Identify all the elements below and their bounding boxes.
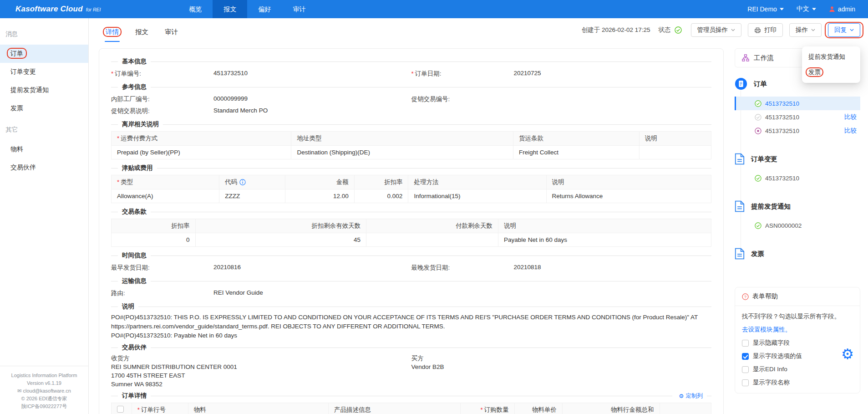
earliest-ship-date-value: 20210816 [213, 264, 241, 271]
sidebar-item-order-changes[interactable]: 订单变更 [0, 63, 88, 81]
compare-link[interactable]: 比较 [844, 127, 857, 135]
detail-toolbar: 详情 报文 审计 创建于 2026-02-02 17:25 状态 [89, 18, 868, 42]
workflow-item-selected[interactable]: 4513732510 [735, 97, 860, 110]
tenant-dropdown[interactable]: REI Demo [747, 5, 784, 13]
partner-address: Sumner WA 98352 [111, 380, 411, 388]
column-header: 说明 [546, 175, 711, 189]
section-title-notes: 说明 [122, 302, 134, 311]
reply-menu-item-asn[interactable]: 提前发货通知 [804, 49, 858, 65]
column-header: 物料单价 [514, 403, 562, 414]
check-circle-icon [755, 100, 761, 107]
button-label: 回复 [834, 26, 847, 34]
brand-name: Kasoftware Cloud [15, 5, 83, 14]
column-header: 折扣率 [354, 175, 408, 189]
workflow-item[interactable]: 4513732510 [735, 171, 860, 185]
nav-item-messages[interactable]: 报文 [213, 0, 247, 18]
checkbox[interactable] [742, 379, 749, 386]
user-menu[interactable]: admin [829, 5, 855, 13]
reply-dropdown-menu: 提前发货通知 发票 [802, 46, 860, 83]
option-show-hidden-fields[interactable]: 显示隐藏字段 [742, 339, 853, 347]
tab-active-indicator [105, 41, 120, 42]
actions-button[interactable]: 操作 [789, 23, 822, 37]
option-show-field-option-values[interactable]: 显示字段选项的值 [742, 352, 853, 360]
notes-line: PO#(PO)4513732510: THIS P.O. IS EXPRESSL… [111, 313, 711, 322]
info-icon[interactable] [239, 179, 246, 185]
module-settings-link[interactable]: 去设置模块属性。 [742, 326, 853, 334]
notes-line: https://partners.rei.com/vendor_guide/st… [111, 322, 711, 331]
detail-tabs: 详情 报文 审计 [106, 28, 178, 42]
sidebar-item-label: 订单变更 [10, 68, 36, 75]
section-title-basic: 基本信息 [122, 57, 147, 66]
sidebar-item-label: 物料 [10, 145, 23, 153]
sidebar-footer: Logistics Information Platform Version v… [0, 366, 88, 410]
column-header: 折扣率 [112, 219, 196, 233]
option-label: 显示隐藏字段 [753, 339, 790, 347]
chevron-down-icon [850, 29, 854, 31]
created-at: 创建于 2026-02-02 17:25 [582, 26, 650, 34]
workflow-item-id: 4513732510 [765, 114, 799, 121]
field-label: *订单日期: [411, 70, 514, 78]
sidebar-item-label: 交易伙伴 [10, 164, 36, 171]
sidebar-item-invoices[interactable]: 发票 [0, 99, 88, 118]
workflow-item[interactable]: 4513732510 比较 [735, 110, 860, 124]
button-label: 管理员操作 [697, 26, 728, 34]
username: admin [838, 5, 855, 13]
column-header: 处理方法 [408, 175, 546, 189]
cell-payment-days [366, 233, 498, 247]
partner-name: REI SUMNER DISTRIBUTION CENTER 0001 [111, 363, 411, 371]
section-title-reference: 参考信息 [122, 83, 147, 91]
cell-description [639, 146, 711, 159]
help-title: 表单帮助 [752, 292, 778, 301]
compare-link[interactable]: 比较 [844, 113, 857, 121]
checkbox[interactable] [742, 366, 749, 373]
partner-name: Vendor B2B [411, 363, 712, 371]
tab-details[interactable]: 详情 [106, 28, 119, 42]
select-all-checkbox[interactable] [117, 406, 124, 413]
column-header: 地址类型 [291, 132, 513, 146]
tab-audit[interactable]: 审计 [165, 28, 178, 42]
customize-columns-link[interactable]: ⚙ 定制列 [679, 392, 703, 400]
document-icon [735, 200, 745, 212]
tab-label: 详情 [106, 28, 119, 36]
created-value: 2026-02-02 17:25 [602, 26, 650, 33]
checkbox[interactable] [742, 340, 749, 347]
reply-button[interactable]: 回复 [828, 23, 860, 37]
buyer-partner: 买方 Vendor B2B [411, 354, 712, 388]
nav-menu: 概览 报文 偏好 审计 [178, 0, 316, 18]
column-header: 说明 [498, 219, 711, 233]
admin-actions-button[interactable]: 管理员操作 [691, 23, 742, 37]
reply-menu-item-invoice[interactable]: 发票 [804, 65, 858, 80]
nav-item-preferences[interactable]: 偏好 [247, 0, 282, 18]
option-show-edi-info[interactable]: 显示EDI Info [742, 365, 853, 373]
cell-description: Returns Allowance [546, 189, 711, 203]
print-button[interactable]: 打印 [748, 23, 783, 37]
language-dropdown[interactable]: 中文 [797, 5, 816, 13]
sidebar-group-other: 其它 [0, 118, 88, 140]
status-label: 状态 [659, 26, 671, 34]
cell-freight-terms: Freight Collect [513, 146, 640, 159]
nav-item-overview[interactable]: 概览 [178, 0, 213, 18]
sidebar-item-asn[interactable]: 提前发货通知 [0, 81, 88, 99]
column-header: 折扣剩余有效天数 [195, 219, 366, 233]
cell-description: Payable Net in 60 days [498, 233, 711, 247]
sidebar-item-orders[interactable]: 订单 [0, 45, 88, 63]
field-label: 促销交易说明: [111, 107, 213, 115]
order-change-group-icon [735, 153, 745, 165]
footer-copyright: © 2026 EDI通信专家 [0, 395, 88, 403]
sidebar-item-partners[interactable]: 交易伙伴 [0, 158, 88, 177]
footer-email[interactable]: ✉ cloud@kasoftware.cn [0, 387, 88, 395]
settings-gear-button[interactable]: ⚙ [841, 347, 854, 361]
workflow-item[interactable]: 4513732510 比较 [735, 124, 860, 138]
option-show-field-names[interactable]: 显示字段名称 [742, 378, 853, 387]
check-circle-gray-icon [755, 114, 761, 121]
tab-message[interactable]: 报文 [135, 28, 148, 42]
cell-freight-pay: Prepaid (by Seller)(PP) [112, 146, 291, 159]
workflow-item[interactable]: ASN0000002 [735, 219, 860, 232]
workflow-group-name: 订单变更 [751, 155, 777, 164]
workflow-item-id: ASN0000002 [765, 222, 802, 229]
button-label: 操作 [796, 26, 808, 34]
sidebar-item-materials[interactable]: 物料 [0, 140, 88, 158]
nav-item-audit[interactable]: 审计 [282, 0, 316, 18]
workflow-icon [742, 54, 749, 61]
checkbox-checked[interactable] [742, 353, 749, 360]
